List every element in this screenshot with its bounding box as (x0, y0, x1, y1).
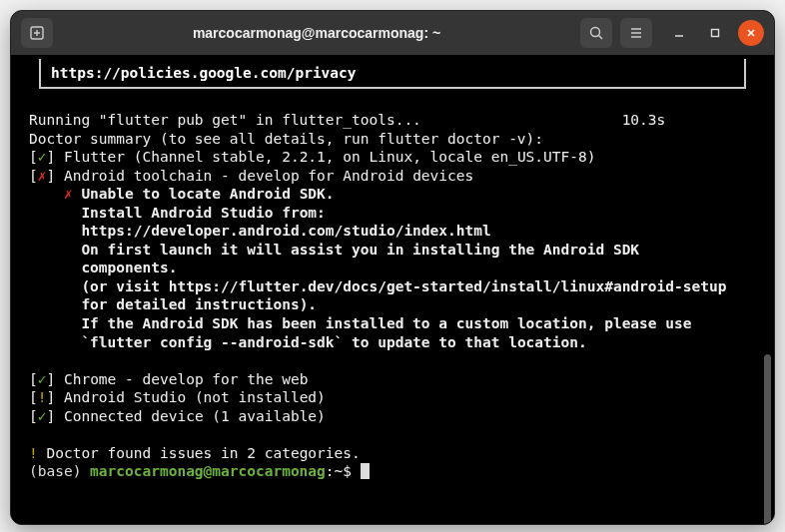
cursor (361, 463, 370, 479)
android-toolchain-line: [✗] Android toolchain - develop for Andr… (29, 168, 473, 184)
running-line: Running "flutter pub get" in flutter_too… (29, 112, 665, 128)
search-button[interactable] (580, 18, 612, 48)
svg-point-3 (591, 28, 600, 37)
url-box: https://policies.google.com/privacy (39, 59, 746, 89)
new-tab-icon (29, 25, 45, 41)
url-text: https://policies.google.com/privacy (51, 65, 357, 81)
prompt-line[interactable]: (base) marcocarmonag@marcocarmonag:~$ (29, 463, 370, 479)
hamburger-icon (628, 25, 644, 41)
connected-line: [✓] Connected device (1 available) (29, 408, 326, 424)
chrome-line: [✓] Chrome - develop for the web (29, 371, 308, 387)
maximize-icon (709, 27, 721, 39)
close-icon (745, 27, 757, 39)
titlebar: marcocarmonag@marcocarmonag: ~ (11, 11, 774, 55)
issues-line: ! Doctor found issues in 2 categories. (29, 445, 361, 461)
search-icon (588, 25, 604, 41)
doctor-summary: Doctor summary (to see all details, run … (29, 131, 543, 147)
flutter-line: [✓] Flutter (Channel stable, 2.2.1, on L… (29, 149, 595, 165)
menu-button[interactable] (620, 18, 652, 48)
maximize-button[interactable] (702, 20, 728, 46)
window-title: marcocarmonag@marcocarmonag: ~ (61, 25, 572, 41)
terminal-body[interactable]: https://policies.google.com/privacy Runn… (11, 55, 774, 524)
minimize-icon (673, 27, 685, 39)
scrollbar[interactable] (764, 354, 771, 525)
svg-line-4 (599, 36, 603, 40)
window-controls (666, 20, 764, 46)
android-studio-line: [!] Android Studio (not installed) (29, 389, 326, 405)
new-tab-button[interactable] (21, 18, 53, 48)
error-block: ✗ Unable to locate Android SDK. Install … (29, 186, 726, 349)
close-button[interactable] (738, 20, 764, 46)
terminal-output: Running "flutter pub get" in flutter_too… (29, 111, 756, 481)
minimize-button[interactable] (666, 20, 692, 46)
svg-rect-9 (712, 30, 719, 37)
terminal-window: marcocarmonag@marcocarmonag: ~ https://p… (10, 10, 775, 525)
